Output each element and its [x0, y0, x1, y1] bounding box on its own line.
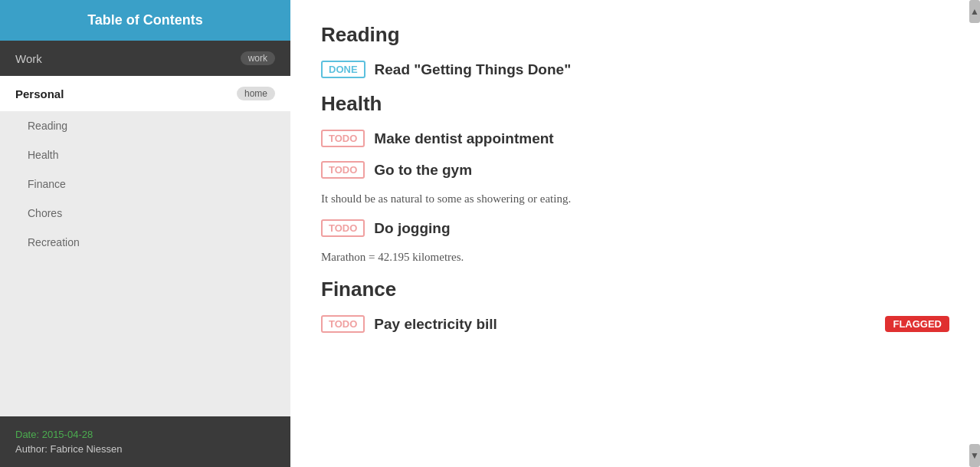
todo-label: Do jogging [374, 220, 450, 237]
sidebar-footer: Date: 2015-04-28 Author: Fabrice Niessen [0, 416, 290, 467]
flagged-badge: FLAGGED [885, 316, 949, 332]
sidebar-date: Date: 2015-04-28 [15, 429, 275, 440]
sidebar-subnav-item[interactable]: Finance [0, 169, 290, 199]
section-title: Health [321, 92, 949, 116]
todo-item: TODOGo to the gym [321, 161, 949, 179]
todo-left: TODOPay electricity bill [321, 315, 497, 333]
chevron-down-icon: ▼ [969, 444, 980, 467]
section-title: Finance [321, 278, 949, 301]
content-area: ReadingDONERead "Getting Things Done"Hea… [321, 23, 949, 333]
sidebar-subnav-item[interactable]: Recreation [0, 228, 290, 257]
chevron-up-icon: ▲ [969, 0, 980, 23]
sidebar-subnav-item[interactable]: Health [0, 140, 290, 169]
status-badge: TODO [321, 130, 365, 147]
sidebar-personal-item[interactable]: Personal home [0, 76, 290, 111]
status-badge: TODO [321, 219, 365, 237]
todo-label: Go to the gym [374, 162, 472, 179]
todo-item: TODOMake dentist appointment [321, 130, 949, 147]
sidebar-subnav-item[interactable]: Reading [0, 111, 290, 140]
note-text: It should be as natural to some as showe… [321, 192, 949, 206]
todo-item: DONERead "Getting Things Done" [321, 61, 949, 78]
scroll-down-button[interactable]: ▼ [969, 444, 980, 467]
todo-left: TODOGo to the gym [321, 161, 472, 179]
sidebar-header: Table of Contents [0, 0, 290, 41]
todo-left: DONERead "Getting Things Done" [321, 61, 571, 78]
scroll-up-button[interactable]: ▲ [969, 0, 980, 23]
sidebar: Table of Contents Work work Personal hom… [0, 0, 290, 467]
todo-item: TODOPay electricity billFLAGGED [321, 315, 949, 333]
sidebar-work-tag: work [241, 51, 275, 65]
todo-left: TODODo jogging [321, 219, 451, 237]
todo-label: Pay electricity bill [374, 316, 497, 333]
sidebar-personal-label: Personal [15, 87, 64, 100]
status-badge: TODO [321, 315, 365, 333]
note-text: Marathon = 42.195 kilometres. [321, 251, 949, 264]
sidebar-work-item[interactable]: Work work [0, 41, 290, 76]
sidebar-author: Author: Fabrice Niessen [15, 443, 275, 455]
todo-label: Make dentist appointment [374, 130, 553, 147]
section-title: Reading [321, 23, 949, 47]
main-content: ▲ ReadingDONERead "Getting Things Done"H… [290, 0, 980, 467]
status-badge: TODO [321, 161, 365, 179]
sidebar-subnav-item[interactable]: Chores [0, 199, 290, 228]
sidebar-personal-tag: home [237, 87, 275, 100]
todo-label: Read "Getting Things Done" [375, 61, 572, 78]
sidebar-work-label: Work [15, 52, 42, 65]
todo-item: TODODo jogging [321, 219, 949, 237]
todo-left: TODOMake dentist appointment [321, 130, 554, 147]
sidebar-subnav: ReadingHealthFinanceChoresRecreation [0, 111, 290, 416]
status-badge: DONE [321, 61, 365, 78]
